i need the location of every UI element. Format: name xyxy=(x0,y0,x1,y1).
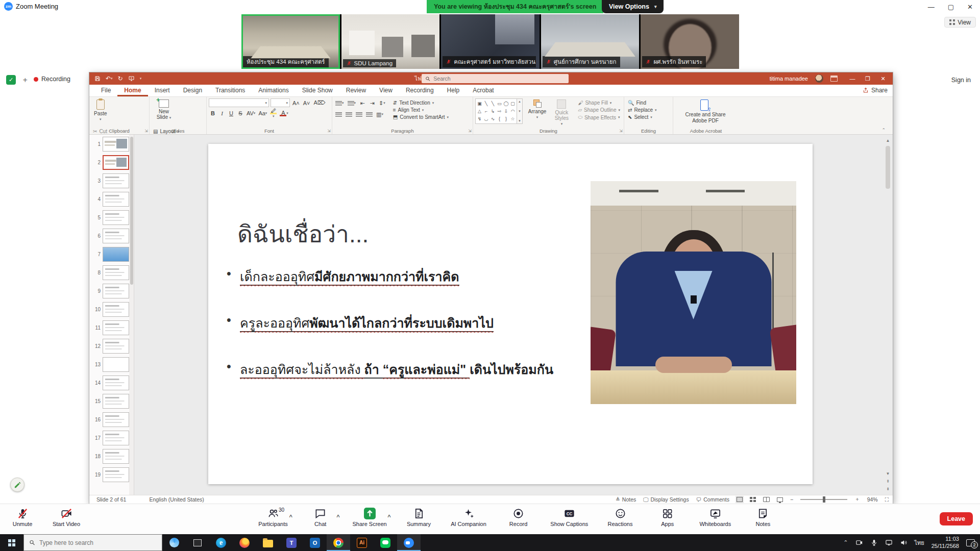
share-screen-caret[interactable]: ^ xyxy=(387,514,390,520)
clear-formatting-button[interactable]: A⌦ xyxy=(313,99,327,107)
maximize-button[interactable]: ▢ xyxy=(948,3,954,11)
change-case-button[interactable]: Aa▾ xyxy=(257,109,268,117)
taskbar-clock[interactable]: 11:03 25/11/2568 xyxy=(932,536,959,550)
find-button[interactable]: 🔍 Find xyxy=(626,99,658,106)
normal-view-button[interactable] xyxy=(737,497,743,502)
zoom-slider-thumb[interactable] xyxy=(823,496,825,503)
comments-button[interactable]: 🗩 Comments xyxy=(696,496,729,503)
view-options-button[interactable]: View Options ▾ xyxy=(602,0,664,13)
taskbar-app-edge[interactable]: e xyxy=(209,534,233,551)
language-indicator[interactable]: English (United States) xyxy=(149,496,204,503)
select-button[interactable]: ⬉ Select ▾ xyxy=(626,114,658,120)
recording-indicator[interactable]: Recording xyxy=(34,76,70,83)
undo-icon[interactable]: ↶▾ xyxy=(106,75,113,82)
increase-font-size-button[interactable]: A˄ xyxy=(291,99,301,107)
taskbar-search-box[interactable] xyxy=(23,534,162,551)
meeting-info-icon[interactable]: ＋ xyxy=(20,75,30,84)
minimize-button[interactable]: — xyxy=(928,3,935,11)
sign-in-link[interactable]: Sign in xyxy=(951,77,971,84)
slide-thumbnail-6[interactable]: 6 xyxy=(89,227,134,245)
paragraph-dialog-launcher[interactable]: ⇲ xyxy=(468,129,472,133)
slide-thumbnail-15[interactable]: 15 xyxy=(89,392,134,410)
ppt-user-name[interactable]: titima manadee xyxy=(770,76,808,82)
unmute-button[interactable]: Unmute xyxy=(7,508,38,527)
tab-view[interactable]: View xyxy=(373,85,399,96)
tray-mic-icon[interactable] xyxy=(870,539,878,546)
taskbar-app-teams[interactable]: T xyxy=(280,534,303,551)
slide-thumbnail-4[interactable]: 4 xyxy=(89,190,134,208)
vertical-scrollbar[interactable]: ▲ ▼ ⇞ ⇟ xyxy=(884,137,892,493)
ppt-search-box[interactable] xyxy=(422,74,569,83)
reading-view-button[interactable] xyxy=(763,497,770,502)
start-button[interactable] xyxy=(0,534,23,551)
slide-thumbnail-1[interactable]: 1 xyxy=(89,135,134,153)
slide-thumbnail-11[interactable]: 11 xyxy=(89,318,134,337)
close-button[interactable]: ✕ xyxy=(967,3,973,11)
tab-help[interactable]: Help xyxy=(440,85,467,96)
cortana-button[interactable] xyxy=(162,534,186,551)
zoom-in-button[interactable]: ＋ xyxy=(854,496,860,503)
decrease-font-size-button[interactable]: A˅ xyxy=(302,99,311,107)
customize-qat-icon[interactable]: ▾ xyxy=(140,77,142,81)
arrange-button[interactable]: Arrange▾ xyxy=(526,98,549,127)
scroll-up-icon[interactable]: ▲ xyxy=(886,137,890,144)
zoom-out-button[interactable]: − xyxy=(790,496,793,503)
chat-button[interactable]: Chat ^ xyxy=(305,508,336,538)
previous-slide-button[interactable]: ⇞ xyxy=(886,478,890,485)
taskbar-app-illustrator[interactable]: Ai xyxy=(350,534,374,551)
chat-caret[interactable]: ^ xyxy=(336,514,339,520)
video-thumbnail-room-434[interactable]: ห้องประชุม 434 คณะครุศาสตร์ xyxy=(241,14,340,69)
apps-button[interactable]: Apps xyxy=(652,508,683,538)
slide-thumbnail-18[interactable]: 18 xyxy=(89,447,134,465)
collapse-ribbon-icon[interactable]: ⌃ xyxy=(881,128,886,133)
slide-thumbnail-13[interactable]: 13 xyxy=(89,355,134,373)
panel-scrollbar[interactable] xyxy=(129,135,134,495)
tab-animations[interactable]: Animations xyxy=(252,85,295,96)
font-name-combobox[interactable]: ▾ xyxy=(209,98,269,107)
taskbar-app-zoom[interactable] xyxy=(397,534,421,551)
line-spacing-button[interactable]: ⇕▾ xyxy=(378,99,386,107)
ai-companion-button[interactable]: AI Companion xyxy=(451,508,486,538)
italic-button[interactable]: I xyxy=(218,109,226,117)
video-thumbnail-education-faculty[interactable]: คณะครุศาสตร์ มหาวิทยาลัยสวน... xyxy=(441,14,540,69)
align-center-button[interactable] xyxy=(345,110,353,118)
tab-recording[interactable]: Recording xyxy=(399,85,440,96)
slideshow-view-button[interactable] xyxy=(777,497,783,502)
slide-thumbnail-8[interactable]: 8 xyxy=(89,263,134,282)
drawing-dialog-launcher[interactable]: ⇲ xyxy=(619,129,623,133)
whiteboards-button[interactable]: Whiteboards xyxy=(699,508,731,538)
zoom-slider[interactable] xyxy=(800,499,847,500)
slide-thumbnail-2[interactable]: 2 xyxy=(89,153,134,171)
slide-thumbnail-19[interactable]: 19 xyxy=(89,465,134,484)
font-size-combobox[interactable]: ▾ xyxy=(271,98,290,107)
slide-sorter-view-button[interactable] xyxy=(750,497,756,502)
ribbon-share-button[interactable]: Share xyxy=(863,87,888,94)
taskbar-search-input[interactable] xyxy=(39,539,157,546)
video-thumbnail-nakhon-nayok[interactable]: ศูนย์การศึกษา นครนายก xyxy=(541,14,640,69)
slide-thumbnail-5[interactable]: 5 xyxy=(89,208,134,227)
quick-styles-button[interactable]: Quick Styles▾ xyxy=(549,98,574,127)
bold-button[interactable]: B xyxy=(209,109,217,117)
create-share-pdf-button[interactable]: Create and Share Adobe PDF xyxy=(675,98,736,127)
leave-button[interactable]: Leave xyxy=(940,512,973,525)
slide-thumbnail-10[interactable]: 10 xyxy=(89,300,134,318)
tab-review[interactable]: Review xyxy=(339,85,373,96)
participants-button[interactable]: 30 Participants ^ xyxy=(258,508,288,538)
replace-button[interactable]: ⇄ Replace ▾ xyxy=(626,107,658,113)
taskbar-app-file-explorer[interactable] xyxy=(256,534,280,551)
notes-toggle[interactable]: ≜ Notes xyxy=(616,496,636,503)
font-dialog-launcher[interactable]: ⇲ xyxy=(327,129,331,133)
start-video-button[interactable]: Start Video xyxy=(51,508,82,527)
participants-caret[interactable]: ^ xyxy=(289,514,292,520)
increase-indent-button[interactable]: ⇥ xyxy=(368,99,376,107)
shapes-gallery-scroll[interactable]: ▲▼▼ xyxy=(517,98,523,124)
character-spacing-button[interactable]: AV▾ xyxy=(246,109,256,117)
language-indicator[interactable]: ไทย xyxy=(915,538,924,547)
save-icon[interactable] xyxy=(94,76,101,82)
start-slideshow-icon[interactable] xyxy=(128,76,135,82)
shapes-gallery[interactable]: ▣╲╲▭◯▢ △⌐↳⇨⇩◠ ↯◡∿{}☆ xyxy=(475,98,517,124)
tab-home[interactable]: Home xyxy=(117,85,148,96)
bullets-button[interactable]: ▾ xyxy=(334,99,345,107)
font-color-button[interactable]: A▾ xyxy=(279,109,289,117)
text-highlight-button[interactable]: 🖉▾ xyxy=(269,109,278,117)
